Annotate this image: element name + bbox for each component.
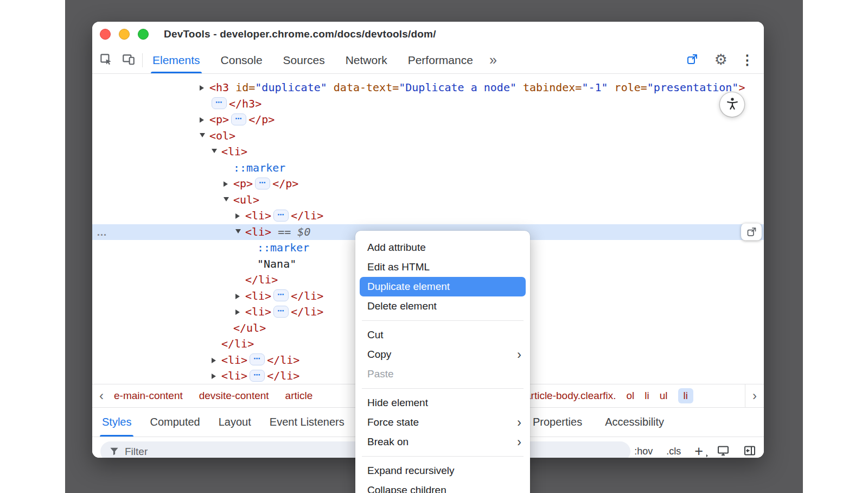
tab-sources[interactable]: Sources <box>283 47 325 73</box>
code-token-t <box>516 81 523 94</box>
accessibility-button[interactable] <box>720 92 744 117</box>
tree-row[interactable]: <h3 id="duplicate" data-text="Duplicate … <box>92 80 764 96</box>
breadcrumb-item[interactable]: e-main-content <box>114 390 183 402</box>
breadcrumb-item[interactable]: devsite-content <box>199 390 269 402</box>
context-menu: Add attributeEdit as HTMLDuplicate eleme… <box>355 231 530 493</box>
code-token-attr: role= <box>615 81 647 94</box>
rendering-emulation-button[interactable] <box>717 444 730 458</box>
expand-arrow-icon[interactable] <box>212 352 221 369</box>
expand-arrow-icon[interactable] <box>235 208 245 224</box>
breadcrumb-item[interactable]: li <box>644 390 649 402</box>
inline-expand-button[interactable]: ⋯ <box>273 210 289 222</box>
collapse-arrow-icon[interactable] <box>212 144 221 160</box>
menu-item-label: Break on <box>367 436 409 447</box>
expand-arrow-icon[interactable] <box>224 176 233 192</box>
new-style-rule-button[interactable]: + <box>694 444 703 458</box>
device-toolbar-button[interactable] <box>119 51 138 69</box>
breadcrumb-item[interactable]: ol <box>627 390 635 402</box>
code-token-tag: <li> <box>245 305 271 318</box>
code-token-attr: data-text= <box>334 81 399 94</box>
sidebar-toggle-button[interactable] <box>743 444 756 458</box>
context-menu-item-add-attribute[interactable]: Add attribute <box>355 238 530 257</box>
expand-arrow-icon[interactable] <box>235 304 245 320</box>
collapse-arrow-icon[interactable] <box>224 192 233 208</box>
code-token-tag: <li> <box>221 353 247 366</box>
context-menu-item-duplicate-element[interactable]: Duplicate element <box>360 277 526 296</box>
styles-tab-accessibility[interactable]: Accessibility <box>605 408 664 437</box>
context-menu-item-copy[interactable]: Copy› <box>355 345 530 364</box>
gear-icon: ⚙ <box>714 52 727 68</box>
more-options-button[interactable]: ⋮ <box>741 53 754 67</box>
breadcrumb-item-selected[interactable]: li <box>678 388 693 403</box>
context-menu-item-break-on[interactable]: Break on› <box>355 432 530 452</box>
tree-row[interactable]: <ol> <box>92 128 764 144</box>
styles-tab-computed[interactable]: Computed <box>150 408 200 437</box>
inline-expand-button[interactable]: ⋯ <box>273 289 289 301</box>
expand-arrow-icon[interactable] <box>200 112 209 128</box>
zoom-button[interactable] <box>138 29 149 40</box>
inline-expand-button[interactable]: ⋯ <box>273 306 289 318</box>
inspect-icon <box>99 52 113 68</box>
inline-expand-button[interactable]: ⋯ <box>250 353 265 365</box>
more-tabs-chevron[interactable]: » <box>489 52 497 68</box>
context-menu-item-expand-recursively[interactable]: Expand recursively <box>355 461 530 481</box>
context-menu-item-paste[interactable]: Paste <box>355 364 530 384</box>
collapse-arrow-icon[interactable] <box>235 224 245 241</box>
tree-row[interactable]: ⋯</h3> <box>92 96 764 112</box>
breadcrumb-item[interactable]: article <box>285 390 313 402</box>
class-toggle[interactable]: .cls <box>666 446 681 457</box>
tree-row[interactable]: <p>⋯</p> <box>92 112 764 128</box>
collapse-arrow-icon[interactable] <box>200 128 209 144</box>
row-actions-ellipsis[interactable]: … <box>97 224 108 241</box>
pseudo-state-toggle[interactable]: :hov <box>634 446 653 457</box>
context-menu-item-cut[interactable]: Cut <box>355 325 530 345</box>
tab-performance[interactable]: Performance <box>408 47 473 73</box>
breadcrumb-item[interactable]: article-body.clearfix. <box>525 390 616 402</box>
code-token-tag: </p> <box>248 113 275 126</box>
tree-row[interactable]: ::marker <box>92 160 764 176</box>
breadcrumb-item[interactable]: ul <box>660 390 668 402</box>
code-token-attr: id= <box>235 81 255 94</box>
node-badge-button[interactable] <box>741 224 762 241</box>
context-menu-item-edit-as-html[interactable]: Edit as HTML <box>355 257 530 277</box>
titlebar: DevTools - developer.chrome.com/docs/dev… <box>92 22 764 47</box>
tree-row[interactable]: <li> <box>92 144 764 160</box>
submenu-chevron-icon: › <box>517 413 521 432</box>
close-button[interactable] <box>100 29 111 40</box>
styles-tab-properties[interactable]: Properties <box>533 408 582 437</box>
inline-expand-button[interactable]: ⋯ <box>212 97 227 109</box>
expand-arrow-icon[interactable] <box>212 368 221 384</box>
context-menu-item-hide-element[interactable]: Hide element <box>355 393 530 413</box>
inline-expand-button[interactable]: ⋯ <box>255 178 270 189</box>
expand-arrow-icon[interactable] <box>200 80 209 96</box>
monitor-icon <box>717 444 730 458</box>
tree-row[interactable]: <li>⋯</li> <box>92 208 764 224</box>
breadcrumb-scroll-left[interactable]: ‹ <box>92 384 111 407</box>
code-token-tag: <li> <box>221 145 247 158</box>
tree-row[interactable]: <ul> <box>92 192 764 208</box>
code-token-tag: </p> <box>272 177 298 190</box>
context-menu-item-delete-element[interactable]: Delete element <box>355 296 530 316</box>
styles-tab-styles[interactable]: Styles <box>102 408 131 437</box>
menu-item-label: Delete element <box>367 300 437 312</box>
inline-expand-button[interactable]: ⋯ <box>250 370 265 382</box>
code-token-pseudo: ::marker <box>257 241 309 254</box>
minimize-button[interactable] <box>119 29 130 40</box>
badge-icon <box>686 53 699 68</box>
inline-expand-button[interactable]: ⋯ <box>231 113 246 125</box>
expand-arrow-icon[interactable] <box>235 288 245 305</box>
adorner-settings-button[interactable] <box>683 51 701 69</box>
tab-network[interactable]: Network <box>346 47 387 73</box>
styles-tab-event-listeners[interactable]: Event Listeners <box>270 408 344 437</box>
code-token-val: "-1" <box>582 81 608 94</box>
tree-row[interactable]: <p>⋯</p> <box>92 176 764 192</box>
breadcrumb-scroll-right[interactable]: › <box>745 384 764 407</box>
inspect-button[interactable] <box>97 51 115 69</box>
tab-console[interactable]: Console <box>221 47 263 73</box>
context-menu-item-collapse-children[interactable]: Collapse children <box>355 481 530 493</box>
context-menu-item-force-state[interactable]: Force state› <box>355 413 530 432</box>
tab-elements[interactable]: Elements <box>152 47 200 73</box>
settings-button[interactable]: ⚙ <box>714 53 727 67</box>
styles-tab-layout[interactable]: Layout <box>219 408 251 437</box>
chevron-left-icon: ‹ <box>99 388 104 403</box>
